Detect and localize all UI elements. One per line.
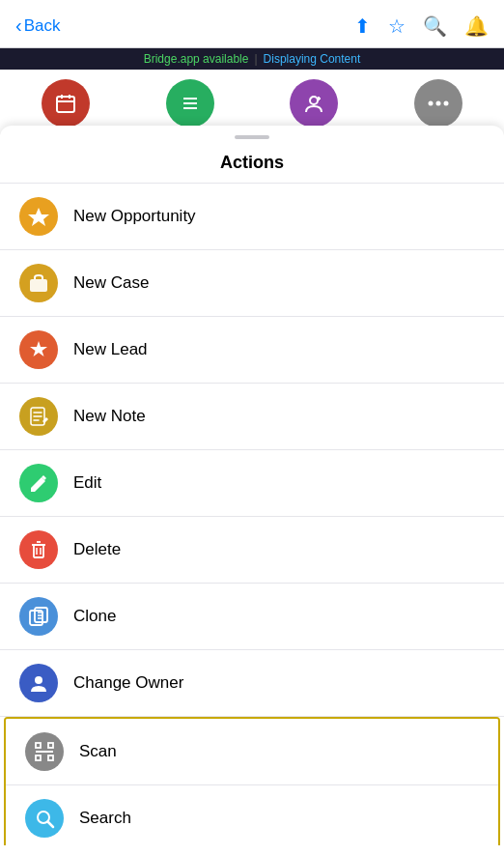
more-icon <box>414 79 462 128</box>
search-action-icon <box>25 799 64 838</box>
top-nav-bar: ‹ Back ⬆ ☆ 🔍 🔔 <box>0 0 504 48</box>
scan-icon <box>25 732 64 771</box>
svg-rect-17 <box>34 545 43 557</box>
clone-icon <box>19 597 58 636</box>
highlighted-actions-group: Scan Search <box>4 717 500 845</box>
action-edit[interactable]: Edit <box>0 450 504 517</box>
action-new-case[interactable]: New Case <box>0 250 504 317</box>
action-list: New Opportunity New Case New Lead <box>0 184 504 845</box>
back-button[interactable]: ‹ Back <box>15 14 60 37</box>
new-opportunity-label: New Opportunity <box>73 207 196 226</box>
svg-point-10 <box>428 101 433 106</box>
svg-point-11 <box>435 101 440 106</box>
scan-label: Scan <box>79 742 117 761</box>
new-lead-label: New Lead <box>73 340 148 359</box>
back-label: Back <box>24 16 61 36</box>
svg-rect-32 <box>48 755 53 760</box>
action-delete[interactable]: Delete <box>0 517 504 584</box>
app-banner: Bridge.app available | Displaying Conten… <box>0 48 504 70</box>
back-chevron-icon: ‹ <box>15 14 22 37</box>
new-event-icon <box>42 79 90 128</box>
change-owner-icon <box>19 664 58 702</box>
svg-point-12 <box>443 101 448 106</box>
new-case-icon <box>19 264 58 302</box>
new-task-icon <box>166 79 214 128</box>
svg-rect-14 <box>30 279 47 292</box>
new-note-icon <box>19 397 58 436</box>
action-search[interactable]: Search <box>6 785 498 845</box>
new-opportunity-icon <box>19 197 58 236</box>
actions-sheet: Actions New Opportunity New Case <box>0 126 504 855</box>
svg-marker-13 <box>28 208 49 226</box>
action-new-note[interactable]: New Note <box>0 384 504 450</box>
svg-point-7 <box>310 97 318 104</box>
action-scan[interactable]: Scan <box>6 719 498 785</box>
clone-label: Clone <box>73 607 116 626</box>
search-icon[interactable]: 🔍 <box>423 14 447 38</box>
edit-label: Edit <box>73 473 101 493</box>
svg-line-34 <box>48 822 54 828</box>
new-case-label: New Case <box>73 273 149 293</box>
edit-icon <box>19 464 58 502</box>
action-new-opportunity[interactable]: New Opportunity <box>0 184 504 250</box>
svg-rect-0 <box>57 97 74 112</box>
delete-icon <box>19 530 58 569</box>
new-note-label: New Note <box>73 407 146 426</box>
search-label: Search <box>79 809 131 828</box>
action-new-lead[interactable]: New Lead <box>0 317 504 384</box>
star-icon[interactable]: ☆ <box>388 14 406 38</box>
bell-icon[interactable]: 🔔 <box>464 14 489 38</box>
new-lead-icon <box>19 330 58 369</box>
bridge-app-text: Bridge.app available <box>144 52 249 66</box>
action-change-owner[interactable]: Change Owner <box>0 650 504 717</box>
sheet-drag-handle <box>235 135 269 139</box>
action-clone[interactable]: Clone <box>0 584 504 650</box>
svg-rect-28 <box>36 743 41 748</box>
nav-icons-group: ⬆ ☆ 🔍 🔔 <box>354 14 489 38</box>
svg-rect-30 <box>36 755 41 760</box>
svg-point-27 <box>35 676 42 684</box>
delete-label: Delete <box>73 540 121 559</box>
banner-divider: | <box>254 52 257 66</box>
change-owner-label: Change Owner <box>73 673 183 693</box>
new-contact-icon <box>290 79 338 128</box>
svg-marker-15 <box>30 341 47 356</box>
svg-rect-29 <box>48 743 53 748</box>
displaying-content-text: Displaying Content <box>264 52 361 66</box>
share-icon[interactable]: ⬆ <box>354 14 371 38</box>
sheet-title: Actions <box>0 145 504 184</box>
